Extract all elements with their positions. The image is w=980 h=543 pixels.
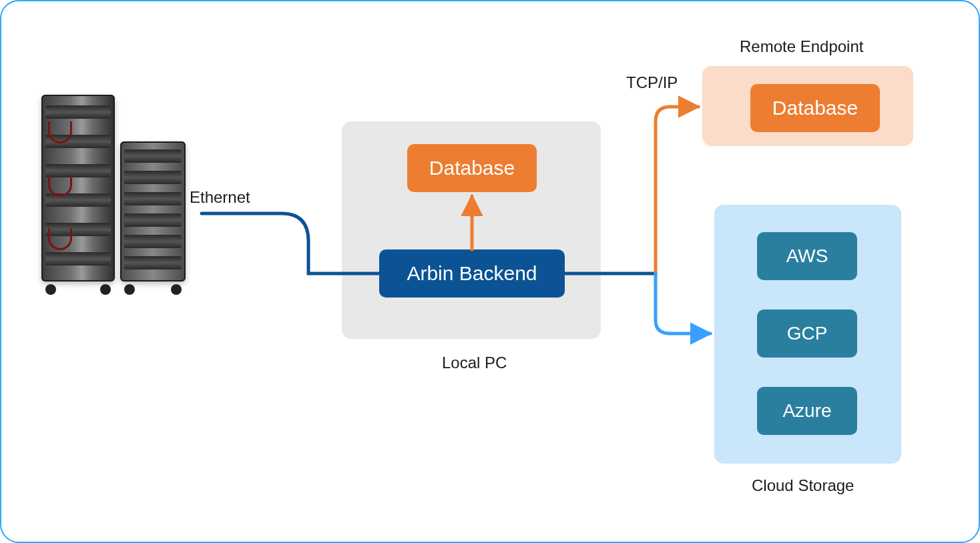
hardware-racks <box>41 95 202 302</box>
trunk-to-cloud-arrow <box>656 274 710 334</box>
gcp-label: GCP <box>787 323 828 344</box>
arbin-backend-label: Arbin Backend <box>407 262 537 285</box>
remote-endpoint-caption: Remote Endpoint <box>740 37 863 56</box>
local-database-label: Database <box>429 157 515 179</box>
cloud-provider-gcp: GCP <box>757 310 857 358</box>
cloud-storage-caption: Cloud Storage <box>752 476 854 495</box>
aws-label: AWS <box>786 245 828 267</box>
server-rack-small <box>120 141 186 282</box>
ethernet-label: Ethernet <box>190 188 250 207</box>
local-database-node: Database <box>407 144 537 192</box>
azure-label: Azure <box>782 400 831 422</box>
local-pc-caption: Local PC <box>442 354 507 372</box>
arbin-backend-node: Arbin Backend <box>379 249 565 298</box>
remote-database-node: Database <box>750 84 880 132</box>
architecture-diagram: Database Arbin Backend Local PC Remote E… <box>0 0 980 543</box>
server-rack-large <box>41 95 115 282</box>
remote-database-label: Database <box>772 97 858 119</box>
cloud-provider-azure: Azure <box>757 387 857 435</box>
cloud-provider-aws: AWS <box>757 232 857 280</box>
tcpip-label: TCP/IP <box>626 73 678 92</box>
trunk-to-remote-arrow <box>656 107 698 274</box>
